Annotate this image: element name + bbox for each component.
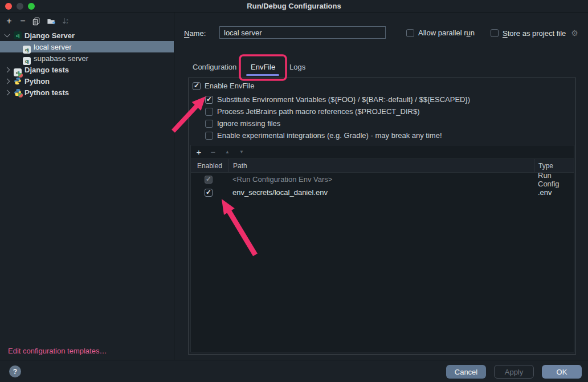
title-bar: Run/Debug Configurations bbox=[0, 0, 588, 13]
active-tab-underline bbox=[246, 74, 279, 76]
dialog-footer: ? Cancel Apply OK bbox=[0, 360, 588, 382]
copy-configuration-button[interactable] bbox=[31, 16, 41, 26]
tab-logs[interactable]: Logs bbox=[289, 63, 305, 71]
apply-button[interactable]: Apply bbox=[494, 365, 534, 379]
checkbox-checked-icon[interactable] bbox=[193, 82, 201, 90]
ignore-missing-files-checkbox[interactable]: Ignore missing files bbox=[205, 119, 280, 128]
python-tests-icon bbox=[14, 88, 22, 96]
enable-envfile-checkbox[interactable]: Enable EnvFile bbox=[193, 82, 254, 90]
svg-text:z: z bbox=[66, 21, 68, 25]
env-files-table: + − ▲ ▼ Enabled Path Type <Run Configura… bbox=[190, 145, 574, 352]
name-label: Name: bbox=[184, 29, 206, 38]
checkbox-checked-disabled-icon bbox=[205, 176, 213, 184]
svg-text:a: a bbox=[66, 17, 68, 21]
add-configuration-button[interactable]: + bbox=[4, 16, 14, 26]
envfile-tab-panel: Enable EnvFile Substitute Environment Va… bbox=[188, 78, 576, 355]
table-row[interactable]: env_secrets/local_daniel.env .env bbox=[191, 186, 574, 199]
sort-configurations-button[interactable]: a z bbox=[60, 16, 71, 26]
substitute-env-variables-checkbox[interactable]: Substitute Environment Variables (${FOO}… bbox=[205, 95, 470, 104]
ok-button[interactable]: OK bbox=[542, 365, 582, 379]
env-table-header: Enabled Path Type bbox=[191, 159, 574, 173]
process-path-macro-checkbox[interactable]: Process JetBrains path macro references … bbox=[205, 107, 419, 116]
cancel-button[interactable]: Cancel bbox=[446, 365, 486, 379]
allow-parallel-run-checkbox[interactable]: Allow parallel run bbox=[406, 29, 475, 37]
plus-icon: + bbox=[6, 17, 11, 26]
test-overlay-icon bbox=[18, 93, 23, 97]
tree-item-python[interactable]: Python bbox=[0, 75, 174, 87]
move-up-button[interactable]: ▲ bbox=[223, 149, 232, 155]
new-folder-icon bbox=[47, 17, 55, 26]
column-header-enabled[interactable]: Enabled bbox=[191, 159, 228, 172]
checkbox-icon[interactable] bbox=[205, 132, 213, 140]
tree-item-local-server[interactable]: dj local server bbox=[0, 41, 174, 52]
name-input[interactable] bbox=[219, 26, 386, 39]
remove-configuration-button[interactable]: − bbox=[18, 16, 28, 26]
checkbox-checked-icon[interactable] bbox=[205, 96, 213, 104]
store-as-project-file-checkbox[interactable]: Store as project file ⚙ bbox=[491, 29, 578, 38]
chevron-right-icon[interactable] bbox=[5, 90, 10, 95]
chevron-right-icon[interactable] bbox=[5, 78, 10, 84]
gear-icon[interactable]: ⚙ bbox=[571, 29, 578, 38]
django-icon: dj bbox=[14, 31, 22, 39]
tree-item-python-tests[interactable]: Python tests bbox=[0, 87, 174, 98]
tab-envfile[interactable]: EnvFile bbox=[251, 63, 275, 71]
chevron-down-icon[interactable] bbox=[5, 32, 10, 38]
help-button[interactable]: ? bbox=[9, 365, 21, 377]
table-row[interactable]: <Run Configuration Env Vars> Run Config bbox=[191, 173, 574, 186]
django-tests-icon: dj bbox=[14, 68, 22, 76]
minus-icon: − bbox=[20, 17, 25, 26]
new-folder-button[interactable] bbox=[46, 16, 56, 26]
tree-item-django-server[interactable]: dj Django Server bbox=[0, 30, 174, 41]
python-icon bbox=[14, 77, 22, 85]
column-header-path[interactable]: Path bbox=[228, 159, 534, 172]
copy-icon bbox=[32, 17, 40, 26]
configuration-tree: dj Django Server dj local server dj supa… bbox=[0, 30, 174, 98]
experimental-integrations-checkbox[interactable]: Enable experimental integrations (e.g. G… bbox=[205, 131, 442, 140]
edit-configuration-templates-link[interactable]: Edit configuration templates… bbox=[8, 347, 107, 355]
configurations-sidebar: + − a z dj Django Server dj local server bbox=[0, 13, 174, 360]
django-file-icon: dj bbox=[23, 46, 31, 54]
window-title: Run/Debug Configurations bbox=[0, 2, 588, 10]
remove-env-file-button[interactable]: − bbox=[209, 147, 218, 157]
move-down-button[interactable]: ▼ bbox=[237, 149, 246, 155]
env-table-toolbar: + − ▲ ▼ bbox=[191, 145, 574, 159]
tree-item-django-tests[interactable]: dj Django tests bbox=[0, 64, 174, 75]
checkbox-icon[interactable] bbox=[205, 120, 213, 128]
chevron-right-icon[interactable] bbox=[5, 67, 10, 72]
sort-az-icon: a z bbox=[62, 17, 70, 26]
tree-item-supabase-server[interactable]: dj supabase server bbox=[0, 52, 174, 64]
django-file-icon: dj bbox=[23, 57, 31, 65]
checkbox-icon[interactable] bbox=[205, 108, 213, 116]
checkbox-icon[interactable] bbox=[406, 29, 414, 37]
add-env-file-button[interactable]: + bbox=[194, 147, 203, 157]
tab-configuration[interactable]: Configuration bbox=[193, 63, 236, 71]
checkbox-checked-icon[interactable] bbox=[205, 189, 213, 197]
checkbox-icon[interactable] bbox=[491, 29, 499, 37]
